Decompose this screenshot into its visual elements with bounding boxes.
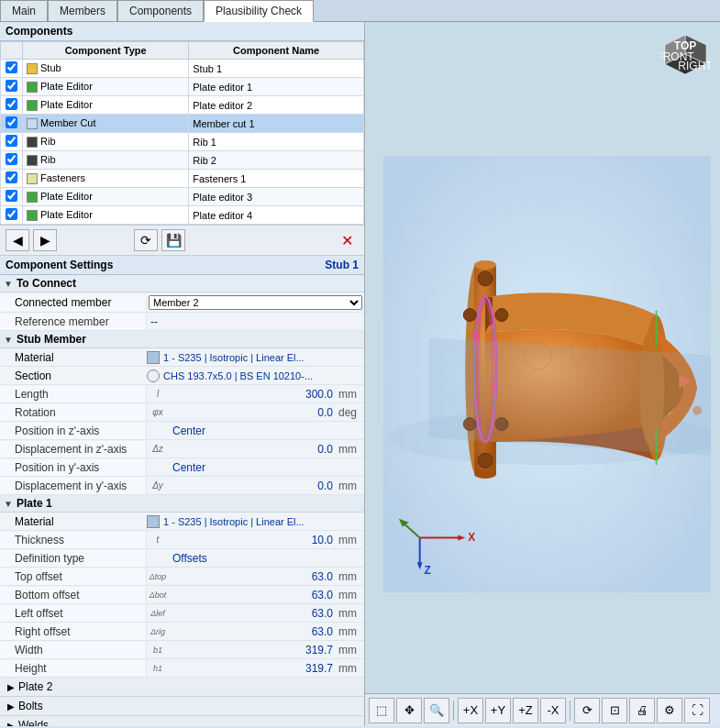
- tab-members[interactable]: Members: [48, 0, 117, 21]
- plate1-bottomoffset-value[interactable]: 63.0: [169, 587, 337, 603]
- plate1-leftoffset-value[interactable]: 63.0: [169, 605, 337, 622]
- plate1-deftype-unit: [337, 557, 364, 560]
- vp-zoom-button[interactable]: 🔍: [424, 698, 449, 723]
- row-check-5[interactable]: [1, 151, 23, 170]
- vp-settings-button[interactable]: ⚙: [657, 698, 682, 723]
- 3d-scene: Z X: [383, 59, 711, 689]
- row-check-7[interactable]: [1, 188, 23, 206]
- to-connect-toggle[interactable]: ▼ To Connect: [0, 275, 364, 292]
- plate1-thickness-symbol: t: [147, 535, 169, 545]
- save-button[interactable]: 💾: [161, 229, 185, 251]
- model-svg: Z X: [383, 154, 711, 594]
- stub-rotation-value[interactable]: 0.0: [169, 404, 337, 421]
- stub-pos-z-value[interactable]: Center: [169, 423, 337, 439]
- plate1-deftype-value[interactable]: Offsets: [169, 550, 337, 567]
- vp-pan-button[interactable]: ✥: [396, 698, 422, 723]
- row-color-3: [27, 118, 38, 129]
- row-check-6[interactable]: [1, 170, 23, 188]
- plate1-height-value[interactable]: 319.7: [169, 660, 337, 677]
- row-checkbox-4[interactable]: [6, 135, 17, 147]
- row-checkbox-7[interactable]: [6, 190, 17, 202]
- plate1-rightoffset-symbol: Δrig: [147, 627, 169, 636]
- stub-length-label: Length: [0, 386, 147, 403]
- table-row[interactable]: Plate Editor Plate editor 1: [1, 78, 364, 96]
- vp-sep1: [453, 700, 454, 721]
- stub-disp-z-value[interactable]: 0.0: [169, 441, 337, 458]
- table-row[interactable]: Fasteners Fasteners 1: [1, 170, 364, 188]
- row-type-1: Plate Editor: [23, 78, 189, 96]
- plate1-rightoffset-value[interactable]: 63.0: [169, 623, 337, 640]
- bolts-section-collapsed[interactable]: ▶ Bolts: [0, 697, 364, 716]
- table-row[interactable]: Member Cut Member cut 1: [1, 115, 364, 133]
- row-check-4[interactable]: [1, 133, 23, 151]
- plate1-width-value[interactable]: 319.7: [169, 642, 337, 658]
- row-check-0[interactable]: [1, 60, 23, 78]
- stub-disp-z-unit: mm: [337, 441, 364, 458]
- tab-main[interactable]: Main: [0, 0, 48, 21]
- row-name-4: Rib 1: [189, 133, 364, 151]
- connected-member-select[interactable]: Member 2: [149, 295, 362, 310]
- vp-rotate-button[interactable]: ⟳: [574, 698, 600, 723]
- stub-rotation-row: Rotation φx 0.0 deg: [0, 403, 364, 422]
- vp-print-button[interactable]: 🖨: [629, 698, 655, 723]
- plate2-label: Plate 2: [18, 680, 52, 693]
- reference-member-label: Reference member: [0, 314, 147, 330]
- plate1-topoffset-value[interactable]: 63.0: [169, 568, 337, 585]
- stub-member-toggle[interactable]: ▼ Stub Member: [0, 331, 364, 348]
- row-checkbox-1[interactable]: [6, 80, 17, 92]
- stub-length-value[interactable]: 300.0: [169, 386, 337, 403]
- table-row[interactable]: Plate Editor Plate editor 4: [1, 206, 364, 225]
- table-row[interactable]: Rib Rib 2: [1, 151, 364, 170]
- row-check-8[interactable]: [1, 206, 23, 225]
- row-checkbox-6[interactable]: [6, 171, 17, 183]
- table-row[interactable]: Rib Rib 1: [1, 133, 364, 151]
- row-checkbox-5[interactable]: [6, 153, 17, 165]
- table-row[interactable]: Plate Editor Plate editor 3: [1, 188, 364, 206]
- stub-material-label: Material: [15, 351, 147, 364]
- move-up-button[interactable]: ◀: [6, 229, 29, 251]
- welds-section-collapsed[interactable]: ▶ Welds: [0, 716, 364, 726]
- plate1-thickness-value[interactable]: 10.0: [169, 532, 337, 548]
- row-check-1[interactable]: [1, 78, 23, 96]
- plate1-bottomoffset-symbol: Δbot: [147, 590, 169, 600]
- svg-point-20: [463, 309, 476, 322]
- plate1-material-row: Material 1 - S235 | Isotropic | Linear E…: [0, 513, 364, 531]
- plate1-toggle[interactable]: ▼ Plate 1: [0, 495, 364, 513]
- move-down-button[interactable]: ▶: [33, 229, 57, 251]
- table-row[interactable]: Plate Editor Plate editor 2: [1, 96, 364, 115]
- stub-member-title: Stub Member: [17, 333, 86, 346]
- stub-pos-y-value[interactable]: Center: [169, 459, 337, 476]
- connected-member-value[interactable]: Member 2: [147, 294, 364, 311]
- stub-disp-z-label: Displacement in z'-axis: [0, 441, 147, 458]
- stub-disp-y-value[interactable]: 0.0: [169, 478, 337, 494]
- vp-view-ypos-button[interactable]: +Y: [485, 698, 511, 723]
- row-checkbox-2[interactable]: [6, 98, 17, 110]
- table-row[interactable]: Stub Stub 1: [1, 60, 364, 78]
- svg-point-18: [478, 271, 493, 286]
- viewport-panel: TOP FRONT RIGHT: [365, 22, 720, 726]
- plate1-height-row: Height h1 319.7 mm: [0, 659, 364, 678]
- vp-view-xneg-button[interactable]: -X: [540, 698, 566, 723]
- refresh-button[interactable]: ⟳: [134, 229, 158, 251]
- tab-plausibility-check[interactable]: Plausibility Check: [204, 0, 314, 22]
- vp-select-button[interactable]: ⬚: [369, 698, 394, 723]
- row-color-7: [27, 192, 38, 203]
- vp-fullscreen-button[interactable]: ⛶: [684, 698, 710, 723]
- row-checkbox-0[interactable]: [6, 61, 17, 73]
- tab-components[interactable]: Components: [117, 0, 204, 21]
- row-check-2[interactable]: [1, 96, 23, 115]
- delete-button[interactable]: ✕: [335, 229, 359, 251]
- vp-fit-button[interactable]: ⊡: [602, 698, 627, 723]
- plate1-leftoffset-symbol: Δlef: [147, 609, 169, 618]
- vp-view-zpos-button[interactable]: +Z: [513, 698, 538, 723]
- plate2-section-collapsed[interactable]: ▶ Plate 2: [0, 678, 364, 697]
- row-name-0: Stub 1: [189, 60, 364, 78]
- stub-pos-z-unit: [337, 429, 364, 433]
- vp-view-xpos-button[interactable]: +X: [458, 698, 483, 723]
- row-checkbox-8[interactable]: [6, 208, 17, 220]
- stub-length-symbol: l: [147, 389, 169, 399]
- bolts-collapse-icon: ▶: [7, 701, 15, 711]
- tab-bar: Main Members Components Plausibility Che…: [0, 0, 720, 22]
- row-checkbox-3[interactable]: [6, 116, 17, 128]
- row-check-3[interactable]: [1, 115, 23, 133]
